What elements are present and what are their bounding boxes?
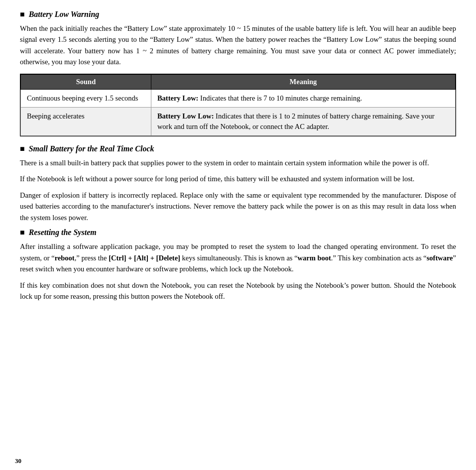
ctrl-alt-del-bold: [Ctrl] + [Alt] + [Delete] — [109, 254, 180, 262]
section-bullet-1: ■ — [20, 10, 25, 19]
section-title-resetting: Resetting the System — [29, 228, 97, 237]
section-header-small-battery: ■ Small Battery for the Real Time Clock — [20, 144, 456, 153]
section-bullet-2: ■ — [20, 144, 25, 153]
section-title-small-battery: Small Battery for the Real Time Clock — [29, 144, 154, 153]
table-cell-sound-2: Beeping accelerates — [21, 107, 151, 135]
table-cell-meaning-1: Battery Low: Indicates that there is 7 t… — [151, 89, 455, 107]
table-header-meaning: Meaning — [151, 74, 455, 89]
small-battery-body-3: Danger of explosion if battery is incorr… — [20, 190, 456, 223]
page-number: 30 — [15, 457, 21, 465]
battery-low-body: When the pack initially reaches the “Bat… — [20, 23, 456, 68]
small-battery-body-1: There is a small built-in battery pack t… — [20, 157, 456, 168]
battery-table: Sound Meaning Continuous beeping every 1… — [20, 74, 456, 136]
reboot-bold: reboot — [55, 254, 75, 262]
meaning-bold-1: Battery Low: — [157, 94, 199, 102]
table-row: Continuous beeping every 1.5 seconds Bat… — [21, 89, 456, 107]
resetting-body-2: If this key combination does not shut do… — [20, 280, 456, 302]
table-cell-sound-1: Continuous beeping every 1.5 seconds — [21, 89, 151, 107]
software-bold: software — [427, 254, 453, 262]
meaning-rest-1: Indicates that there is 7 to 10 minutes … — [198, 94, 362, 102]
table-header-sound: Sound — [21, 74, 151, 89]
section-bullet-3: ■ — [20, 228, 25, 237]
warm-boot-bold: warm boot — [298, 254, 331, 262]
meaning-bold-2: Battery Low Low: — [157, 112, 214, 120]
table-row: Beeping accelerates Battery Low Low: Ind… — [21, 107, 456, 135]
section-title-battery-low: Battery Low Warning — [29, 10, 100, 19]
resetting-body-1: After installing a software application … — [20, 241, 456, 274]
section-header-resetting: ■ Resetting the System — [20, 228, 456, 237]
table-cell-meaning-2: Battery Low Low: Indicates that there is… — [151, 107, 455, 135]
small-battery-body-2: If the Notebook is left without a power … — [20, 173, 456, 184]
section-header-battery-low: ■ Battery Low Warning — [20, 10, 456, 19]
